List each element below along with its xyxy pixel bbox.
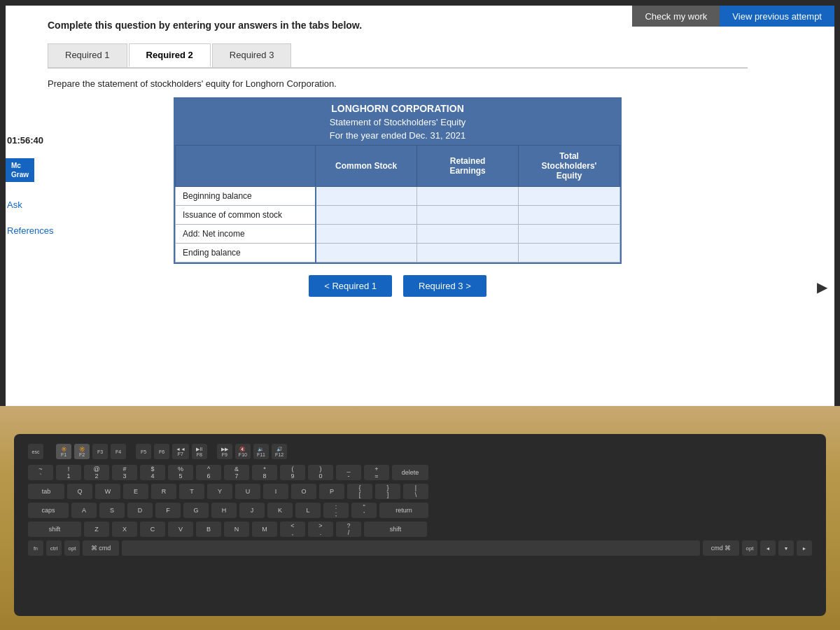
key-shift-right[interactable]: shift	[364, 522, 427, 537]
key-e[interactable]: E	[123, 484, 148, 499]
row-ending-balance-total[interactable]	[519, 244, 620, 262]
row-net-income-retained[interactable]	[417, 225, 519, 244]
key-0[interactable]: )0	[308, 465, 333, 480]
key-1[interactable]: !1	[56, 465, 81, 480]
key-2[interactable]: @2	[84, 465, 109, 480]
key-z[interactable]: Z	[84, 522, 109, 537]
key-7[interactable]: &7	[224, 465, 249, 480]
key-f12[interactable]: 🔊F12	[272, 444, 287, 459]
key-m[interactable]: M	[252, 522, 277, 537]
key-y[interactable]: Y	[207, 484, 232, 499]
key-bracket-open[interactable]: {[	[347, 484, 372, 499]
key-f2[interactable]: 🔆F2	[74, 444, 90, 459]
key-f7[interactable]: ◄◄F7	[172, 444, 189, 459]
key-backslash[interactable]: |\	[403, 484, 428, 499]
key-shift-left[interactable]: shift	[28, 522, 81, 537]
key-b[interactable]: B	[196, 522, 221, 537]
key-arrow-right[interactable]: ►	[797, 540, 812, 556]
key-3[interactable]: #3	[112, 465, 137, 480]
row-net-income-total[interactable]	[519, 225, 620, 244]
key-equals[interactable]: +=	[364, 465, 389, 480]
key-h[interactable]: H	[211, 503, 237, 518]
key-quote[interactable]: "'	[351, 503, 377, 518]
row-issuance-common[interactable]	[316, 206, 417, 225]
key-u[interactable]: U	[235, 484, 260, 499]
key-cmd-right[interactable]: cmd ⌘	[703, 540, 739, 556]
key-n[interactable]: N	[224, 522, 249, 537]
scroll-arrow[interactable]: ▶	[817, 279, 827, 295]
row-beginning-balance-retained[interactable]	[417, 187, 519, 206]
tab-required3[interactable]: Required 3	[212, 43, 292, 67]
key-f10[interactable]: 🔇F10	[235, 444, 251, 459]
key-slash[interactable]: ?/	[336, 522, 361, 537]
next-required-button[interactable]: Required 3 >	[403, 275, 486, 297]
key-delete[interactable]: delete	[392, 465, 428, 480]
key-fn[interactable]: fn	[28, 540, 43, 556]
key-backtick[interactable]: ~`	[28, 465, 53, 480]
key-comma[interactable]: <,	[280, 522, 305, 537]
key-w[interactable]: W	[95, 484, 120, 499]
prev-required-button[interactable]: < Required 1	[309, 275, 392, 297]
key-f4[interactable]: F4	[111, 444, 126, 459]
row-ending-balance-retained[interactable]	[417, 244, 519, 262]
check-my-work-button[interactable]: Check my work	[632, 6, 720, 27]
col-header-common-stock: Common Stock	[316, 146, 417, 187]
key-a[interactable]: A	[71, 503, 97, 518]
number-row: ~` !1 @2 #3 $4 %5 ^6 &7 *8 (9 )0 _- += d…	[28, 465, 812, 480]
key-escape[interactable]: esc	[28, 444, 43, 459]
key-k[interactable]: K	[267, 503, 293, 518]
key-period[interactable]: >.	[308, 522, 333, 537]
key-option-right[interactable]: opt	[742, 540, 757, 556]
key-option-left[interactable]: opt	[64, 540, 80, 556]
sidebar-item-references[interactable]: References	[7, 225, 53, 236]
key-f1[interactable]: 🔅F1	[56, 444, 71, 459]
key-q[interactable]: Q	[67, 484, 92, 499]
key-9[interactable]: (9	[280, 465, 305, 480]
row-beginning-balance-total[interactable]	[519, 187, 620, 206]
key-return[interactable]: return	[379, 503, 428, 518]
key-f5[interactable]: F5	[136, 444, 151, 459]
key-cmd-left[interactable]: ⌘ cmd	[83, 540, 119, 556]
key-g[interactable]: G	[183, 503, 209, 518]
key-caps[interactable]: caps	[28, 503, 69, 518]
key-p[interactable]: P	[319, 484, 344, 499]
key-i[interactable]: I	[263, 484, 288, 499]
key-t[interactable]: T	[179, 484, 204, 499]
key-l[interactable]: L	[295, 503, 321, 518]
key-semicolon[interactable]: :;	[323, 503, 349, 518]
key-4[interactable]: $4	[140, 465, 165, 480]
key-f[interactable]: F	[155, 503, 181, 518]
key-arrow-down[interactable]: ▼	[778, 540, 794, 556]
key-x[interactable]: X	[112, 522, 137, 537]
key-c[interactable]: C	[140, 522, 165, 537]
key-f11[interactable]: 🔉F11	[253, 444, 269, 459]
key-r[interactable]: R	[151, 484, 176, 499]
key-minus[interactable]: _-	[336, 465, 361, 480]
view-previous-button[interactable]: View previous attempt	[720, 6, 834, 27]
row-net-income-common[interactable]	[316, 225, 417, 244]
key-5[interactable]: %5	[168, 465, 193, 480]
key-o[interactable]: O	[291, 484, 316, 499]
row-beginning-balance-common[interactable]	[316, 187, 417, 206]
key-8[interactable]: *8	[252, 465, 277, 480]
key-tab[interactable]: tab	[28, 484, 64, 499]
tab-required2[interactable]: Required 2	[129, 43, 211, 67]
key-arrow-left[interactable]: ◄	[760, 540, 776, 556]
key-6[interactable]: ^6	[196, 465, 221, 480]
key-v[interactable]: V	[168, 522, 193, 537]
row-issuance-retained[interactable]	[417, 206, 519, 225]
row-issuance-total[interactable]	[519, 206, 620, 225]
key-ctrl[interactable]: ctrl	[46, 540, 62, 556]
row-ending-balance-common[interactable]	[316, 244, 417, 262]
key-f8[interactable]: ▶IIF8	[192, 444, 207, 459]
sidebar-item-ask[interactable]: Ask	[7, 200, 53, 210]
key-d[interactable]: D	[127, 503, 153, 518]
key-f3[interactable]: F3	[92, 444, 108, 459]
key-j[interactable]: J	[239, 503, 265, 518]
tab-required1[interactable]: Required 1	[48, 43, 127, 67]
key-bracket-close[interactable]: }]	[375, 484, 400, 499]
key-spacebar[interactable]	[122, 540, 700, 556]
key-f6[interactable]: F6	[154, 444, 169, 459]
key-s[interactable]: S	[99, 503, 125, 518]
key-f9[interactable]: ▶▶F9	[217, 444, 232, 459]
